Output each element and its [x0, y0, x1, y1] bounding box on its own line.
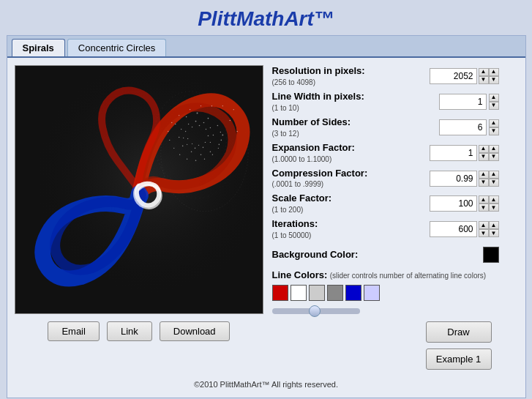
- linewidth-up[interactable]: ▲: [489, 94, 499, 102]
- resolution-up-big[interactable]: ▲: [479, 68, 489, 76]
- svg-point-10: [222, 135, 223, 136]
- linewidth-input[interactable]: [439, 94, 487, 110]
- compression-hint: (.0001 to .9999): [272, 179, 430, 189]
- example-button[interactable]: Example 1: [426, 348, 492, 370]
- svg-point-39: [233, 109, 233, 110]
- numsides-row: Number of Sides: (3 to 12) ▲ ▼: [272, 116, 499, 138]
- canvas-section: Email Link Download: [15, 65, 263, 370]
- linecolors-hint: (slider controls number of alternating l…: [330, 272, 486, 280]
- resolution-up[interactable]: ▼: [479, 76, 489, 84]
- draw-button[interactable]: Draw: [426, 321, 492, 343]
- svg-point-35: [191, 143, 192, 144]
- expansion-label: Expansion Factor:: [272, 142, 355, 153]
- svg-point-22: [212, 135, 214, 136]
- tab-concentric-circles[interactable]: Concentric Circles: [67, 39, 166, 56]
- color-swatches: [272, 285, 499, 301]
- compression-up[interactable]: ▲: [489, 171, 499, 179]
- scale-input[interactable]: [430, 195, 477, 212]
- linecolors-label: Line Colors:: [272, 269, 328, 280]
- iterations-input[interactable]: [430, 221, 477, 237]
- resolution-hint: (256 to 4098): [272, 78, 430, 87]
- page-title: PlittMathArt™: [198, 0, 334, 35]
- svg-point-44: [178, 115, 179, 116]
- expansion-input[interactable]: [430, 145, 477, 161]
- svg-point-43: [189, 109, 190, 110]
- expansion-up[interactable]: ▲: [489, 145, 499, 153]
- numsides-input[interactable]: [439, 119, 487, 135]
- iterations-up-big[interactable]: ▲: [479, 221, 489, 229]
- expansion-up-big[interactable]: ▲: [479, 145, 489, 153]
- line-colors-slider-container: [272, 307, 499, 314]
- tabs-bar: Spirals Concentric Circles: [7, 36, 525, 58]
- scale-up-big[interactable]: ▲: [479, 195, 489, 204]
- svg-point-36: [187, 138, 187, 139]
- svg-point-13: [200, 154, 201, 155]
- line-colors-slider-thumb[interactable]: [309, 305, 321, 317]
- svg-point-18: [187, 124, 188, 124]
- resolution-input[interactable]: [430, 68, 477, 84]
- svg-point-17: [180, 129, 181, 130]
- svg-point-53: [211, 154, 212, 155]
- resolution-label: Resolution in pixels:: [272, 65, 365, 76]
- content-area: Email Link Download Resolution in pixels…: [7, 58, 525, 377]
- email-button[interactable]: Email: [48, 321, 100, 341]
- svg-point-21: [209, 127, 210, 128]
- iterations-down[interactable]: ▼: [479, 229, 489, 237]
- svg-point-33: [204, 142, 205, 143]
- svg-point-42: [200, 105, 201, 106]
- svg-point-25: [194, 148, 195, 149]
- canvas-buttons: Email Link Download: [48, 321, 229, 341]
- svg-point-8: [207, 118, 209, 119]
- expansion-down-big[interactable]: ▼: [489, 153, 499, 161]
- right-panel: Resolution in pixels: (256 to 4098) ▲ ▲ …: [272, 65, 499, 370]
- expansion-down[interactable]: ▼: [479, 153, 489, 161]
- numsides-up[interactable]: ▲: [489, 119, 499, 127]
- linewidth-row: Line Width in pixels: (1 to 10) ▲ ▼: [272, 91, 499, 113]
- svg-point-6: [185, 116, 187, 118]
- scale-hint: (1 to 200): [272, 205, 430, 215]
- resolution-down-big[interactable]: ▲: [489, 68, 499, 76]
- iterations-hint: (1 to 50000): [272, 231, 430, 240]
- resolution-row: Resolution in pixels: (256 to 4098) ▲ ▲ …: [272, 65, 499, 87]
- resolution-down[interactable]: ▼: [489, 76, 499, 84]
- bgcolor-swatch[interactable]: [483, 247, 499, 263]
- download-button[interactable]: Download: [160, 321, 230, 341]
- compression-down-big[interactable]: ▼: [489, 179, 499, 187]
- linewidth-down[interactable]: ▼: [489, 102, 499, 110]
- svg-point-7: [196, 113, 198, 114]
- svg-point-55: [220, 140, 222, 141]
- numsides-down[interactable]: ▼: [489, 127, 499, 135]
- tab-spirals[interactable]: Spirals: [12, 39, 65, 56]
- svg-point-56: [220, 132, 220, 133]
- svg-point-51: [195, 160, 196, 161]
- svg-point-40: [222, 105, 222, 106]
- svg-point-32: [207, 135, 209, 137]
- link-button[interactable]: Link: [107, 321, 152, 341]
- color-swatch-5[interactable]: [364, 285, 380, 301]
- compression-down[interactable]: ▼: [479, 179, 489, 187]
- compression-up-big[interactable]: ▲: [479, 171, 489, 179]
- svg-point-50: [186, 159, 187, 160]
- scale-down[interactable]: ▼: [479, 204, 489, 212]
- svg-point-20: [203, 122, 204, 124]
- svg-point-28: [184, 131, 185, 132]
- color-swatch-4[interactable]: [345, 285, 361, 301]
- color-swatch-3[interactable]: [327, 285, 343, 301]
- numsides-label: Number of Sides:: [272, 116, 351, 127]
- linewidth-hint: (1 to 10): [272, 103, 439, 113]
- color-swatch-0[interactable]: [272, 285, 288, 301]
- bgcolor-row: Background Color:: [272, 247, 499, 263]
- color-swatch-2[interactable]: [309, 285, 325, 301]
- spiral-canvas: [15, 65, 263, 314]
- scale-up[interactable]: ▲: [489, 195, 499, 204]
- svg-point-31: [205, 129, 206, 130]
- scale-down-big[interactable]: ▼: [489, 204, 499, 212]
- compression-input[interactable]: [430, 171, 477, 187]
- svg-point-11: [218, 144, 220, 146]
- iterations-down-big[interactable]: ▼: [489, 229, 499, 237]
- iterations-up[interactable]: ▲: [489, 221, 499, 229]
- color-swatch-1[interactable]: [291, 285, 307, 301]
- svg-point-54: [217, 148, 218, 149]
- svg-point-24: [202, 147, 203, 149]
- footer: ©2010 PlittMathArt™ All rights reserved.: [7, 377, 525, 390]
